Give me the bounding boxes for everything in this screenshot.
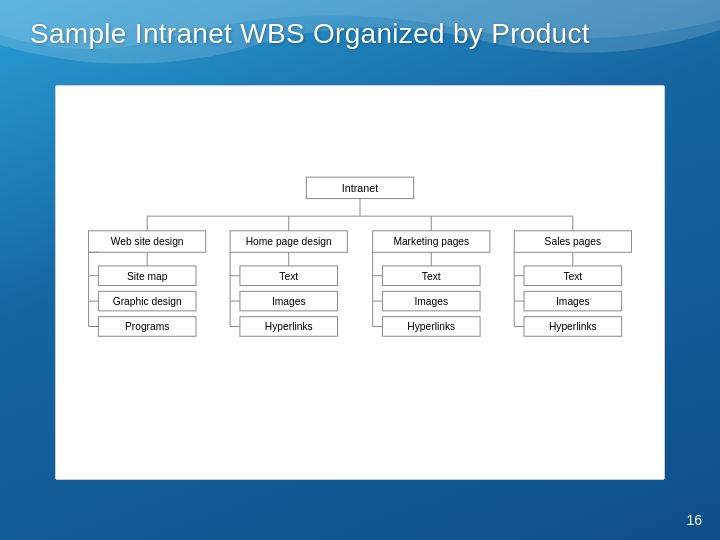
col1-item1: Site map bbox=[127, 271, 168, 282]
col3-item3: Hyperlinks bbox=[407, 321, 455, 332]
col4-header: Sales pages bbox=[545, 236, 601, 247]
col3-item1: Text bbox=[422, 271, 441, 282]
col1-header: Web site design bbox=[111, 236, 184, 247]
col2-header: Home page design bbox=[246, 236, 332, 247]
wbs-diagram-svg: Intranet Web site design Site map Graphi… bbox=[72, 106, 648, 463]
col4-item3: Hyperlinks bbox=[549, 321, 597, 332]
col2-item2: Images bbox=[272, 296, 306, 307]
col1-item3: Programs bbox=[125, 321, 169, 332]
col2-item3: Hyperlinks bbox=[265, 321, 313, 332]
slide-title: Sample Intranet WBS Organized by Product bbox=[30, 18, 590, 50]
slide-number: 16 bbox=[686, 512, 702, 528]
col4-item1: Text bbox=[563, 271, 582, 282]
col3-item2: Images bbox=[414, 296, 448, 307]
col1-item2: Graphic design bbox=[113, 296, 182, 307]
root-node-label: Intranet bbox=[342, 182, 378, 194]
wbs-diagram-container: Intranet Web site design Site map Graphi… bbox=[55, 85, 665, 480]
col3-header: Marketing pages bbox=[393, 236, 469, 247]
col4-item2: Images bbox=[556, 296, 590, 307]
col2-item1: Text bbox=[279, 271, 298, 282]
